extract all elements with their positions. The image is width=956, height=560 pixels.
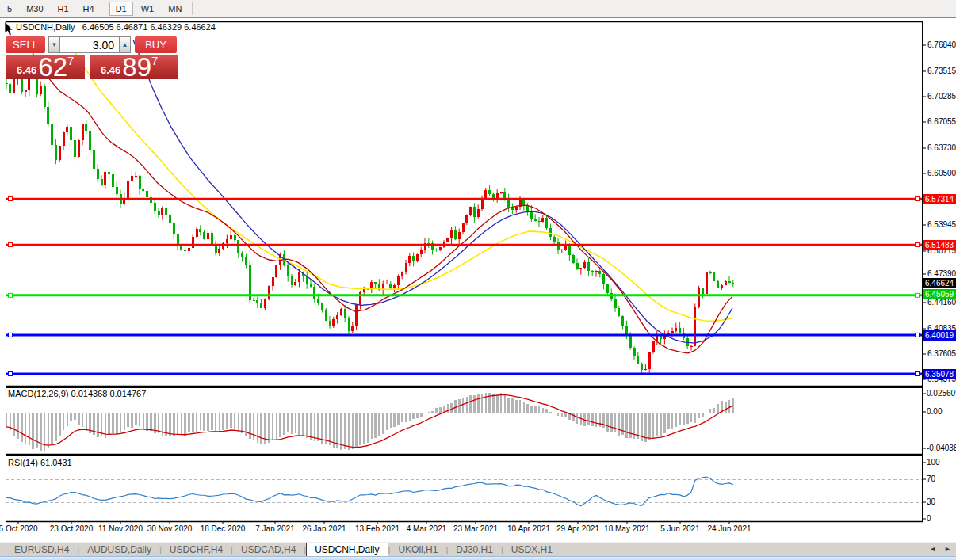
one-click-trading-widget: SELL ▼ 3.00 ▲ BUY 6.46 62 7 6.46 89 7 — [6, 36, 178, 79]
time-axis-label: 4 Mar 2021 — [407, 524, 447, 533]
price-axis-label: 6.53945 — [927, 220, 956, 230]
mouse-cursor-icon — [4, 21, 15, 37]
time-axis-label: 26 Jan 2021 — [302, 524, 346, 533]
price-axis-badge: 6.40019 — [923, 330, 956, 341]
tab-usdchf[interactable]: USDCHF,H4 — [162, 543, 231, 556]
time-axis-label: 13 Feb 2021 — [355, 524, 400, 533]
chart-ohlc-values: 6.46505 6.46871 6.46329 6.46624 — [82, 22, 216, 32]
price-axis-label: 6.60500 — [927, 169, 956, 178]
tab-dj30[interactable]: DJ30,H1 — [448, 543, 501, 556]
price-axis-label: 6.70285 — [927, 92, 956, 101]
price-axis-badge: 6.51483 — [923, 240, 956, 250]
volume-input[interactable]: 3.00 — [60, 36, 119, 53]
time-axis-label: 5 Jun 2021 — [660, 524, 700, 533]
tab-usdcad[interactable]: USDCAD,H4 — [233, 543, 304, 556]
tabs-scroll-right-icon[interactable]: ► — [944, 545, 951, 553]
chart-symbol-period: USDCNH,Daily — [16, 22, 75, 32]
indicator-axis-label: 0 — [927, 514, 931, 524]
chart-canvas[interactable] — [0, 0, 956, 560]
indicator-axis-label: 100 — [927, 458, 940, 467]
buy-price-big-digits: 89 — [122, 55, 151, 78]
indicator-axis-label: -0.04038 — [927, 444, 956, 453]
price-axis-label: 6.44160 — [927, 298, 956, 307]
price-axis-label: 6.63730 — [927, 143, 956, 153]
time-axis-label: 23 Mar 2021 — [453, 524, 498, 533]
time-axis-label: 7 Jan 2021 — [255, 524, 295, 533]
sell-price-pip-digit: 7 — [67, 54, 74, 67]
tab-eurusd[interactable]: EURUSD,H4 — [6, 543, 77, 556]
price-axis-label: 6.67055 — [927, 117, 956, 127]
indicator-axis-label: 0.025609 — [927, 389, 956, 398]
buy-price-pip-digit: 7 — [151, 54, 158, 67]
trading-app-window: 5M30H1H4D1W1MN USDCNH,Daily 6.46505 6.46… — [0, 0, 956, 560]
symbol-tab-bar: EURUSD,H4|AUDUSD,Daily|USDCHF,H4|USDCAD,… — [0, 542, 956, 556]
tab-ukoil[interactable]: UKOil,H1 — [390, 543, 445, 556]
spinner-up-icon: ▲ — [122, 41, 128, 48]
chart-title: USDCNH,Daily 6.46505 6.46871 6.46329 6.4… — [16, 22, 216, 32]
time-axis-label: 18 Dec 2020 — [201, 524, 246, 533]
time-axis-label: 11 Nov 2020 — [98, 524, 143, 533]
price-axis-label: 6.37605 — [927, 349, 956, 359]
indicator-axis-label: 30 — [927, 497, 935, 507]
buy-button[interactable]: BUY — [135, 36, 177, 53]
time-axis-label: 29 Apr 2021 — [556, 524, 599, 533]
price-axis-label: 6.73515 — [927, 67, 956, 76]
price-axis-badge: 6.45059 — [923, 289, 956, 299]
buy-price-display[interactable]: 6.46 89 7 — [90, 55, 178, 79]
time-axis-label: 24 Jun 2021 — [707, 524, 751, 533]
sell-button[interactable]: SELL — [6, 36, 45, 53]
spinner-down-icon: ▼ — [52, 41, 58, 48]
time-axis-label: 23 Oct 2020 — [50, 524, 93, 533]
sell-price-display[interactable]: 6.46 62 7 — [6, 55, 85, 79]
time-axis-label: 18 May 2021 — [604, 524, 650, 533]
time-axis-label: 10 Apr 2021 — [507, 524, 550, 533]
tab-usdcnh[interactable]: USDCNH,Daily — [306, 543, 388, 557]
macd-label: MACD(12,26,9) 0.014368 0.014767 — [8, 389, 146, 398]
rsi-label: RSI(14) 61.0431 — [8, 458, 72, 467]
sell-price-prefix: 6.46 — [17, 64, 36, 76]
price-axis-badge: 6.57314 — [923, 194, 956, 204]
price-axis-badge: 6.35078 — [923, 369, 956, 379]
tab-audusd[interactable]: AUDUSD,Daily — [79, 543, 159, 556]
time-axis-label: 30 Nov 2020 — [147, 524, 193, 533]
time-axis-label: 5 Oct 2020 — [0, 524, 37, 533]
tabs-scroll-left-icon[interactable]: ◄ — [929, 545, 936, 553]
sell-price-big-digits: 62 — [38, 55, 67, 78]
tab-usdx[interactable]: USDX,H1 — [503, 543, 560, 556]
indicator-axis-label: 0.00 — [927, 407, 942, 417]
buy-price-prefix: 6.46 — [101, 64, 120, 76]
volume-decrease-button[interactable]: ▼ — [48, 36, 60, 53]
price-axis-badge: 6.46624 — [923, 278, 956, 288]
price-axis-label: 6.76840 — [927, 40, 956, 50]
indicator-axis-label: 70 — [927, 474, 935, 484]
volume-increase-button[interactable]: ▲ — [119, 36, 131, 53]
bottom-window-strip — [0, 556, 956, 560]
